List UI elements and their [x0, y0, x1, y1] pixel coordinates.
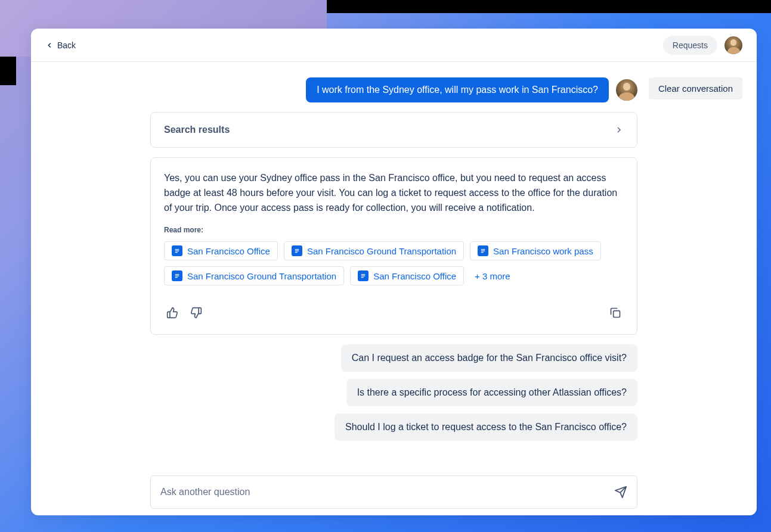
source-chip-label: San Francisco Office	[373, 271, 456, 281]
question-input-row	[150, 475, 637, 509]
user-avatar[interactable]	[724, 36, 742, 54]
top-black-bar	[327, 0, 771, 13]
source-chip-label: San Francisco Ground Transportation	[307, 246, 456, 256]
thumbs-down-button[interactable]	[188, 304, 205, 321]
source-chips: San Francisco Office San Francisco Groun…	[164, 241, 624, 285]
source-chip[interactable]: San Francisco work pass	[470, 241, 601, 260]
svg-rect-8	[481, 252, 484, 253]
thumbs-up-button[interactable]	[164, 304, 181, 321]
svg-rect-15	[614, 311, 620, 318]
question-input[interactable]	[160, 487, 607, 497]
clear-conversation-button[interactable]: Clear conversation	[649, 77, 742, 99]
svg-rect-5	[295, 252, 298, 253]
source-chip-label: San Francisco work pass	[493, 246, 593, 256]
search-results-card[interactable]: Search results	[150, 112, 637, 148]
main-panel: Back Requests Clear conversation I work …	[31, 29, 757, 515]
read-more-label: Read more:	[164, 226, 624, 234]
send-button[interactable]	[614, 486, 627, 499]
user-message-row: I work from the Sydney office, will my p…	[150, 77, 637, 102]
suggestion-chip[interactable]: Can I request an access badge for the Sa…	[341, 344, 637, 372]
header: Back Requests	[31, 29, 757, 62]
send-icon	[614, 486, 627, 499]
source-chip[interactable]: San Francisco Office	[164, 241, 278, 260]
copy-icon	[609, 307, 621, 319]
suggestion-chip[interactable]: Is there a specific process for accessin…	[346, 379, 637, 406]
answer-actions	[164, 304, 624, 321]
document-icon	[358, 270, 369, 281]
content-area: Clear conversation I work from the Sydne…	[31, 62, 757, 515]
search-results-label: Search results	[164, 125, 230, 135]
svg-rect-11	[175, 277, 178, 278]
user-avatar-inline	[616, 79, 637, 101]
more-sources-link[interactable]: + 3 more	[470, 266, 515, 285]
svg-rect-9	[175, 274, 179, 275]
header-right: Requests	[663, 36, 742, 55]
document-icon	[172, 245, 182, 256]
source-chip-label: San Francisco Office	[187, 246, 270, 256]
svg-rect-0	[175, 249, 179, 250]
document-icon	[292, 245, 302, 256]
source-chip-label: San Francisco Ground Transportation	[187, 271, 336, 281]
svg-rect-6	[481, 249, 485, 250]
document-icon	[172, 270, 182, 281]
svg-rect-13	[361, 276, 366, 276]
svg-rect-2	[175, 252, 178, 253]
answer-text: Yes, you can use your Sydney office pass…	[164, 171, 624, 215]
thumbs-up-icon	[166, 307, 178, 319]
left-black-strip	[0, 57, 16, 85]
svg-rect-10	[175, 276, 179, 276]
source-chip[interactable]: San Francisco Ground Transportation	[164, 266, 344, 285]
chevron-left-icon	[45, 41, 54, 49]
svg-rect-3	[295, 249, 299, 250]
user-message-bubble: I work from the Sydney office, will my p…	[306, 77, 609, 102]
svg-rect-14	[361, 277, 364, 278]
svg-rect-4	[295, 251, 299, 251]
chat-column: I work from the Sydney office, will my p…	[150, 77, 637, 515]
requests-button[interactable]: Requests	[663, 36, 717, 55]
copy-button[interactable]	[607, 304, 624, 321]
svg-rect-7	[481, 251, 485, 251]
suggestions-column: Can I request an access badge for the Sa…	[150, 344, 637, 441]
thumbs-group	[164, 304, 205, 321]
suggestion-chip[interactable]: Should I log a ticket to request access …	[335, 413, 637, 441]
back-label: Back	[57, 41, 76, 50]
thumbs-down-icon	[190, 307, 202, 319]
svg-rect-1	[175, 251, 179, 251]
back-button[interactable]: Back	[45, 41, 76, 50]
chevron-right-icon	[614, 125, 624, 135]
document-icon	[478, 245, 488, 256]
svg-rect-12	[361, 274, 366, 275]
source-chip[interactable]: San Francisco Ground Transportation	[284, 241, 464, 260]
answer-card: Yes, you can use your Sydney office pass…	[150, 157, 637, 335]
source-chip[interactable]: San Francisco Office	[350, 266, 464, 285]
